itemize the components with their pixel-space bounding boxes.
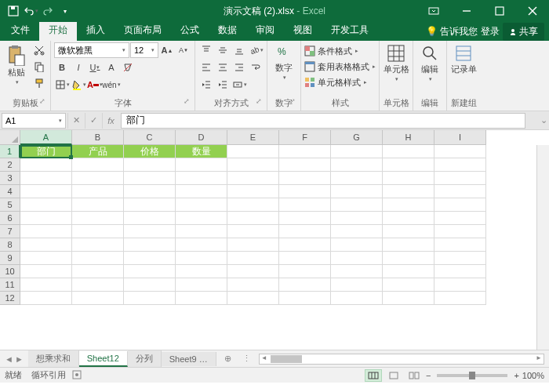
tab-developer[interactable]: 开发工具 bbox=[322, 20, 378, 41]
minimize-icon[interactable] bbox=[450, 0, 483, 22]
cell[interactable] bbox=[331, 145, 383, 158]
cell[interactable] bbox=[72, 238, 124, 252]
cell[interactable] bbox=[124, 252, 176, 265]
cell[interactable] bbox=[72, 225, 124, 238]
cell[interactable] bbox=[124, 172, 176, 185]
cell[interactable] bbox=[124, 278, 176, 292]
tab-formulas[interactable]: 公式 bbox=[171, 20, 209, 41]
cell[interactable] bbox=[176, 252, 227, 265]
column-header[interactable]: H bbox=[383, 130, 434, 145]
cell[interactable] bbox=[383, 238, 434, 252]
column-header[interactable]: F bbox=[279, 130, 331, 145]
row-header[interactable]: 9 bbox=[0, 252, 20, 265]
row-header[interactable]: 6 bbox=[0, 212, 20, 225]
cell[interactable] bbox=[227, 158, 279, 172]
cell[interactable] bbox=[331, 185, 383, 198]
cell[interactable] bbox=[383, 265, 434, 278]
formula-input[interactable]: 部门 bbox=[121, 113, 525, 129]
cells-area[interactable]: 部门产品价格数量 bbox=[20, 145, 536, 350]
tell-me[interactable]: 💡 告诉我您 bbox=[426, 25, 478, 38]
cell[interactable] bbox=[279, 198, 331, 212]
column-header[interactable]: G bbox=[331, 130, 383, 145]
launcher-icon[interactable]: ⤢ bbox=[184, 97, 190, 105]
paste-button[interactable]: 粘贴 ▾ bbox=[3, 42, 30, 85]
zoom-in-icon[interactable]: + bbox=[514, 371, 518, 380]
row-header[interactable]: 2 bbox=[0, 158, 20, 172]
cell[interactable] bbox=[331, 212, 383, 225]
align-left-icon[interactable] bbox=[198, 60, 214, 75]
italic-icon[interactable]: I bbox=[71, 60, 86, 75]
enter-formula-icon[interactable]: ✓ bbox=[85, 113, 102, 129]
cell[interactable] bbox=[227, 198, 279, 212]
cell[interactable] bbox=[20, 278, 72, 292]
pinyin-icon[interactable]: wén▾ bbox=[104, 77, 119, 93]
cell[interactable] bbox=[176, 225, 227, 238]
cell[interactable] bbox=[279, 265, 331, 278]
row-header[interactable]: 1 bbox=[0, 145, 20, 158]
font-size-select[interactable]: 12▾ bbox=[130, 42, 158, 58]
launcher-icon[interactable]: ⤢ bbox=[256, 97, 262, 105]
cell[interactable] bbox=[20, 185, 72, 198]
sheet-nav-prev-icon[interactable]: ◄ bbox=[5, 354, 13, 364]
increase-font-icon[interactable]: A▲ bbox=[159, 42, 175, 58]
copy-icon[interactable] bbox=[31, 59, 47, 74]
launcher-icon[interactable]: ⤢ bbox=[39, 97, 45, 105]
zoom-slider[interactable] bbox=[437, 374, 507, 377]
cell[interactable] bbox=[279, 252, 331, 265]
sheet-nav-next-icon[interactable]: ► bbox=[15, 354, 24, 364]
cell[interactable] bbox=[434, 278, 486, 292]
cell[interactable] bbox=[279, 225, 331, 238]
column-header[interactable]: I bbox=[434, 130, 486, 145]
bold-icon[interactable]: B bbox=[54, 60, 70, 75]
tab-insert[interactable]: 插入 bbox=[77, 20, 115, 41]
fill-color-icon[interactable]: ▾ bbox=[71, 77, 86, 93]
cell[interactable] bbox=[124, 185, 176, 198]
cell[interactable]: 价格 bbox=[124, 145, 176, 158]
cell[interactable] bbox=[434, 185, 486, 198]
cell[interactable] bbox=[383, 145, 434, 158]
align-middle-icon[interactable] bbox=[215, 42, 231, 58]
cell[interactable] bbox=[331, 278, 383, 292]
cut-icon[interactable] bbox=[31, 42, 47, 58]
cell[interactable] bbox=[227, 252, 279, 265]
cell[interactable] bbox=[383, 185, 434, 198]
row-header[interactable]: 10 bbox=[0, 265, 20, 278]
cell[interactable] bbox=[72, 158, 124, 172]
cell[interactable] bbox=[124, 225, 176, 238]
cell[interactable] bbox=[72, 265, 124, 278]
align-center-icon[interactable] bbox=[215, 60, 231, 75]
cell[interactable] bbox=[20, 292, 72, 305]
cell[interactable]: 部门 bbox=[20, 145, 72, 158]
merge-icon[interactable]: ▾ bbox=[231, 77, 247, 93]
cell[interactable] bbox=[176, 265, 227, 278]
zoom-out-icon[interactable]: − bbox=[426, 371, 431, 380]
login-link[interactable]: 登录 bbox=[481, 25, 500, 38]
cell[interactable] bbox=[20, 238, 72, 252]
cell[interactable] bbox=[227, 225, 279, 238]
cell[interactable]: 产品 bbox=[72, 145, 124, 158]
cell[interactable] bbox=[383, 212, 434, 225]
cell[interactable] bbox=[279, 212, 331, 225]
cell[interactable] bbox=[383, 172, 434, 185]
cell[interactable]: 数量 bbox=[176, 145, 227, 158]
row-header[interactable]: 11 bbox=[0, 278, 20, 292]
cell[interactable] bbox=[72, 212, 124, 225]
cell[interactable] bbox=[331, 265, 383, 278]
editing-button[interactable]: 编辑▾ bbox=[416, 42, 443, 82]
tab-view[interactable]: 视图 bbox=[284, 20, 322, 41]
row-header[interactable]: 8 bbox=[0, 238, 20, 252]
orientation-icon[interactable]: ab▾ bbox=[248, 42, 264, 58]
sheet-tab[interactable]: Sheet9 … bbox=[162, 352, 216, 366]
column-header[interactable]: B bbox=[72, 130, 124, 145]
column-header[interactable]: C bbox=[124, 130, 176, 145]
cell[interactable] bbox=[331, 238, 383, 252]
cell[interactable] bbox=[434, 252, 486, 265]
cell[interactable] bbox=[279, 145, 331, 158]
sheet-tab[interactable]: 分列 bbox=[128, 350, 162, 367]
align-right-icon[interactable] bbox=[231, 60, 247, 75]
column-header[interactable]: E bbox=[227, 130, 279, 145]
underline-icon[interactable]: U▾ bbox=[87, 60, 103, 75]
cell[interactable] bbox=[279, 172, 331, 185]
cell[interactable] bbox=[124, 158, 176, 172]
cell[interactable] bbox=[20, 265, 72, 278]
